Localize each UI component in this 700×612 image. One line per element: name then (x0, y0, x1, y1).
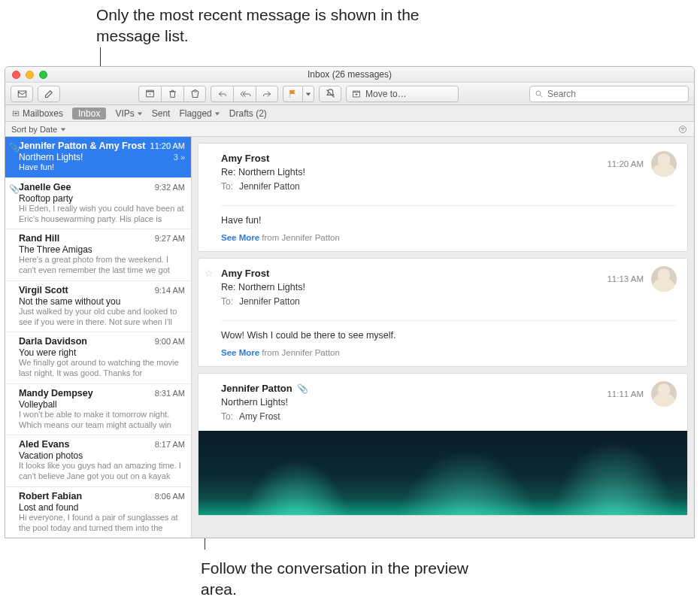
conversation-preview[interactable]: Amy FrostRe: Northern Lights!To:Jennifer… (192, 137, 694, 538)
message-snippet: We finally got around to watching the mo… (19, 358, 185, 379)
card-time: 11:20 AM (607, 159, 644, 168)
message-row[interactable]: 📎Janelle Gee9:32 AMRooftop partyHi Eden,… (5, 178, 191, 230)
message-snippet: It looks like you guys had an amazing ti… (19, 461, 185, 482)
junk-button[interactable] (183, 86, 206, 102)
message-row[interactable]: Aled Evans8:17 AMVacation photosIt looks… (5, 435, 191, 487)
see-more-link[interactable]: See More from Jennifer Patton (221, 348, 677, 357)
message-subject: Rooftop party (19, 193, 73, 204)
svg-point-0 (536, 91, 541, 95)
see-more-link[interactable]: See More from Jennifer Patton (221, 233, 677, 242)
message-sender: Mandy Dempsey (19, 388, 98, 398)
toolbar: Move to… (5, 83, 694, 105)
message-snippet: Hi Eden, I really wish you could have be… (19, 204, 185, 225)
conversation-card: ☆Amy FrostRe: Northern Lights!To:Jennife… (198, 258, 688, 367)
titlebar: Inbox (26 messages) (5, 67, 694, 83)
message-sender: Jennifer Patton & Amy Frost (19, 141, 150, 151)
message-row[interactable]: Robert Fabian8:06 AMLost and foundHi eve… (5, 487, 191, 538)
message-sender: Virgil Scott (19, 285, 73, 295)
message-time: 9:27 AM (155, 234, 185, 243)
to-name: Jennifer Patton (239, 181, 300, 192)
message-sender: Aled Evans (19, 439, 74, 450)
message-time: 9:00 AM (155, 337, 185, 346)
card-time: 11:13 AM (607, 274, 644, 283)
compose-button[interactable] (38, 86, 60, 102)
sort-button[interactable]: Sort by Date (11, 125, 66, 134)
avatar (651, 381, 677, 407)
thread-count: 3 » (174, 153, 185, 162)
message-time: 9:32 AM (155, 183, 185, 192)
card-subject: Re: Northern Lights! (221, 167, 305, 177)
svg-rect-1 (13, 111, 19, 116)
attachment-icon: 📎 (9, 184, 20, 194)
message-snippet: Just walked by your old cube and looked … (19, 307, 185, 328)
to-label: To: (221, 181, 233, 192)
to-name: Jennifer Patton (239, 296, 300, 307)
conversation-card: Amy FrostRe: Northern Lights!To:Jennifer… (198, 143, 688, 252)
message-row[interactable]: Mandy Dempsey8:31 AMVolleyballI won't be… (5, 384, 191, 436)
avatar (651, 266, 677, 292)
chevron-down-icon (214, 111, 220, 117)
avatar (651, 151, 677, 177)
message-time: 11:20 AM (150, 141, 185, 150)
move-to-label: Move to… (365, 89, 407, 99)
favorites-bar: Mailboxes Inbox VIPs Sent Flagged Drafts… (5, 105, 694, 122)
mailboxes-button[interactable]: Mailboxes (11, 108, 63, 119)
window-title: Inbox (26 messages) (5, 69, 694, 80)
message-time: 8:31 AM (155, 389, 185, 398)
reply-button[interactable] (211, 86, 233, 102)
filter-icon[interactable] (677, 125, 688, 134)
flag-menu-button[interactable] (302, 86, 314, 102)
message-time: 8:17 AM (155, 440, 185, 449)
message-row[interactable]: Darla Davidson9:00 AMYou were rightWe fi… (5, 332, 191, 384)
sort-bar: Sort by Date (5, 122, 694, 137)
fav-drafts[interactable]: Drafts (2) (229, 108, 267, 119)
message-sender: Janelle Gee (19, 182, 76, 192)
forward-button[interactable] (256, 86, 278, 102)
card-subject: Re: Northern Lights! (221, 282, 305, 292)
message-snippet: I won't be able to make it tomorrow nigh… (19, 410, 185, 431)
to-label: To: (221, 411, 233, 422)
chevron-down-icon (60, 126, 66, 132)
message-row[interactable]: Rand Hill9:27 AMThe Three AmigasHere's a… (5, 229, 191, 281)
callout-top: Only the most recent message is shown in… (96, 5, 420, 47)
attachment-icon: 📎 (9, 143, 20, 153)
fav-inbox[interactable]: Inbox (72, 108, 106, 120)
message-subject: Not the same without you (19, 296, 120, 307)
delete-button[interactable] (161, 86, 183, 102)
flag-button[interactable] (283, 86, 302, 102)
fav-sent[interactable]: Sent (152, 108, 171, 119)
message-row[interactable]: 📎Jennifer Patton & Amy Frost11:20 AMNort… (5, 137, 191, 178)
search-input[interactable] (547, 89, 683, 99)
svg-point-2 (680, 126, 686, 132)
message-row[interactable]: Virgil Scott9:14 AMNot the same without … (5, 281, 191, 333)
from-name: Amy Frost (221, 268, 269, 279)
to-label: To: (221, 296, 233, 307)
search-icon (535, 89, 544, 98)
fav-flagged[interactable]: Flagged (179, 108, 220, 119)
message-time: 9:14 AM (155, 286, 185, 295)
message-sender: Darla Davidson (19, 336, 92, 347)
card-time: 11:11 AM (607, 389, 644, 398)
message-snippet: Have fun! (19, 162, 185, 173)
message-list[interactable]: 📎Jennifer Patton & Amy Frost11:20 AMNort… (5, 137, 192, 538)
message-subject: Lost and found (19, 502, 78, 513)
message-subject: The Three Amigas (19, 244, 92, 255)
fav-vips[interactable]: VIPs (115, 108, 142, 119)
star-icon[interactable]: ☆ (205, 268, 214, 279)
message-snippet: Here's a great photo from the weekend. I… (19, 255, 185, 276)
chevron-down-icon (137, 111, 143, 117)
message-body: Have fun! (221, 205, 677, 226)
archive-button[interactable] (138, 86, 161, 102)
from-name: Jennifer Patton (221, 383, 292, 394)
get-mail-button[interactable] (11, 86, 33, 102)
message-subject: Volleyball (19, 399, 57, 410)
message-subject: Northern Lights! (19, 152, 83, 162)
from-name: Amy Frost (221, 153, 269, 164)
reply-all-button[interactable] (233, 86, 256, 102)
mute-button[interactable] (319, 86, 341, 102)
message-sender: Robert Fabian (19, 491, 86, 501)
search-field[interactable] (529, 86, 689, 102)
callout-bottom: Follow the conversation in the preview a… (201, 558, 502, 601)
move-to-select[interactable]: Move to… (346, 86, 459, 102)
attachment-image[interactable] (198, 431, 687, 515)
